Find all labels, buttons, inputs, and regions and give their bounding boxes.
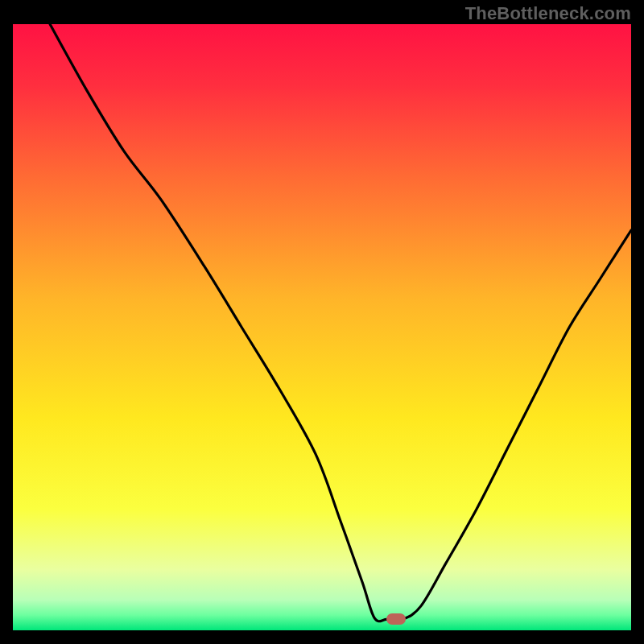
bottleneck-curve	[50, 24, 631, 621]
curve-layer	[13, 24, 631, 630]
watermark-text: TheBottleneck.com	[465, 3, 631, 24]
optimal-point-marker	[386, 613, 406, 625]
plot-area	[13, 24, 631, 630]
chart-frame: TheBottleneck.com	[0, 0, 644, 644]
